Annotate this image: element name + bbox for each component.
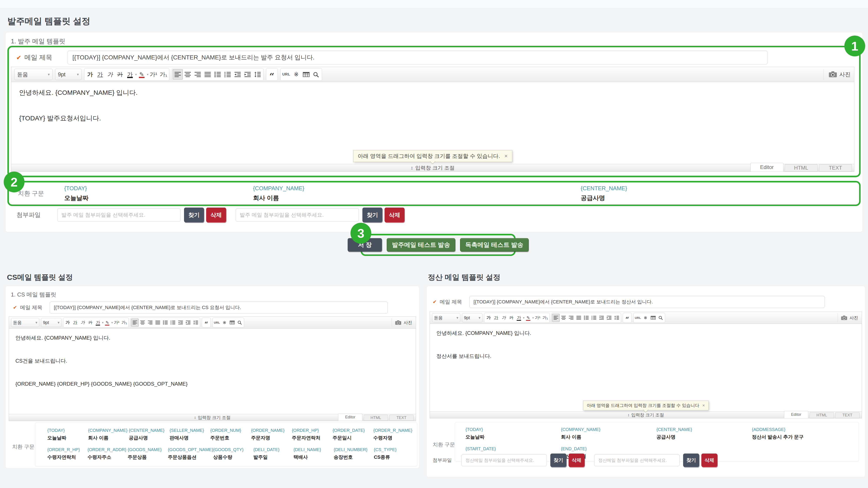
tab-text[interactable]: TEXT xyxy=(835,412,860,418)
settle-attach-delete-button-2[interactable]: 삭제 xyxy=(701,454,717,467)
unordered-list-button[interactable] xyxy=(590,314,598,322)
quote-button[interactable]: “ xyxy=(203,317,210,328)
align-justify-button[interactable] xyxy=(203,69,213,79)
underline-button[interactable]: 가 xyxy=(95,69,105,79)
subscript-button[interactable]: 가₁ xyxy=(541,314,549,322)
underline-button[interactable]: 가 xyxy=(492,314,500,322)
close-icon[interactable]: × xyxy=(703,403,705,408)
outdent-button[interactable] xyxy=(598,314,605,322)
search-button[interactable] xyxy=(657,314,664,322)
font-family-select[interactable]: 돋움▾ xyxy=(14,69,53,80)
italic-button[interactable]: 가 xyxy=(500,314,507,322)
font-family-select[interactable]: 돋움▾ xyxy=(11,318,39,327)
font-color-button[interactable]: 가 xyxy=(94,319,102,327)
order-attach-input-2[interactable] xyxy=(236,208,359,222)
bold-button[interactable]: 가 xyxy=(485,314,492,322)
cs-editor-body[interactable]: 안녕하세요. {COMPANY_NAME} 입니다.CS건을 보내드립니다.{O… xyxy=(9,329,416,393)
quote-button[interactable]: “ xyxy=(267,67,277,82)
align-justify-button[interactable] xyxy=(575,314,582,322)
settle-attach-input-1[interactable] xyxy=(461,454,547,466)
order-attach-delete-button-1[interactable]: 삭제 xyxy=(206,207,226,222)
font-color-button[interactable]: 가 xyxy=(515,314,523,322)
superscript-button[interactable]: 가¹ xyxy=(534,314,541,322)
strikethrough-button[interactable]: 가 xyxy=(87,319,94,327)
align-center-button[interactable] xyxy=(139,319,146,327)
tab-editor[interactable]: Editor xyxy=(784,411,808,418)
photo-button[interactable]: 사진 xyxy=(392,318,412,327)
tab-text[interactable]: TEXT xyxy=(389,415,413,421)
indent-button[interactable] xyxy=(243,69,253,79)
ordered-list-button[interactable] xyxy=(161,319,169,327)
insert-table-button[interactable] xyxy=(649,314,657,322)
link-url-button[interactable]: URL xyxy=(213,319,221,327)
ordered-list-button[interactable] xyxy=(213,69,223,79)
outdent-button[interactable] xyxy=(232,69,243,79)
insert-table-button[interactable] xyxy=(301,69,311,79)
italic-button[interactable]: 가 xyxy=(79,319,87,327)
superscript-button[interactable]: 가¹ xyxy=(148,69,158,79)
special-char-button[interactable]: ※ xyxy=(291,69,301,79)
tab-text[interactable]: TEXT xyxy=(819,164,852,171)
bold-button[interactable]: 가 xyxy=(64,319,71,327)
order-test-send-button[interactable]: 발주메일 테스트 발송 xyxy=(387,238,455,252)
settle-attach-find-button-1[interactable]: 찾기 xyxy=(550,454,566,467)
tab-html[interactable]: HTML xyxy=(785,164,818,171)
line-height-button[interactable] xyxy=(613,314,620,322)
settle-attach-delete-button-1[interactable]: 삭제 xyxy=(568,454,585,467)
underline-button[interactable]: 가 xyxy=(71,319,79,327)
insert-table-button[interactable] xyxy=(228,319,236,327)
cs-subject-input[interactable] xyxy=(50,301,388,314)
tab-editor[interactable]: Editor xyxy=(750,163,783,171)
settle-attach-input-2[interactable] xyxy=(594,454,680,466)
highlight-pen-button[interactable]: ✎ xyxy=(103,319,111,327)
tab-html[interactable]: HTML xyxy=(810,412,834,418)
italic-button[interactable]: 가 xyxy=(105,69,115,79)
link-url-button[interactable]: URL xyxy=(281,69,291,79)
indent-button[interactable] xyxy=(605,314,613,322)
strikethrough-button[interactable]: 가 xyxy=(115,69,125,79)
link-url-button[interactable]: URL xyxy=(634,314,642,322)
search-button[interactable] xyxy=(311,69,321,79)
subscript-button[interactable]: 가₁ xyxy=(158,69,168,79)
superscript-button[interactable]: 가¹ xyxy=(113,319,120,327)
photo-button[interactable]: 사진 xyxy=(838,314,858,322)
order-attach-find-button-1[interactable]: 찾기 xyxy=(184,207,204,222)
order-editor-body[interactable]: 안녕하세요. {COMPANY_NAME} 입니다.{TODAY} 발주요청서입… xyxy=(11,82,854,129)
line-height-button[interactable] xyxy=(192,319,199,327)
align-justify-button[interactable] xyxy=(154,319,161,327)
outdent-button[interactable] xyxy=(177,319,184,327)
align-right-button[interactable] xyxy=(146,319,154,327)
bold-button[interactable]: 가 xyxy=(85,69,95,79)
align-center-button[interactable] xyxy=(183,69,193,79)
unordered-list-button[interactable] xyxy=(223,69,232,79)
font-size-select[interactable]: 9pt▾ xyxy=(462,313,483,322)
special-char-button[interactable]: ※ xyxy=(642,314,649,322)
settle-subject-input[interactable] xyxy=(469,296,825,308)
search-button[interactable] xyxy=(236,319,244,327)
settle-editor-body[interactable]: 안녕하세요. {COMPANY_NAME} 입니다.정산서를 보내드립니다. xyxy=(430,324,862,365)
font-size-select[interactable]: 9pt▾ xyxy=(41,318,61,327)
align-left-button[interactable] xyxy=(173,69,183,79)
ordered-list-button[interactable] xyxy=(582,314,590,322)
align-right-button[interactable] xyxy=(567,314,575,322)
unordered-list-button[interactable] xyxy=(169,319,177,327)
photo-button[interactable]: 사진 xyxy=(824,69,850,80)
order-attach-input-1[interactable] xyxy=(57,208,181,222)
indent-button[interactable] xyxy=(184,319,192,327)
order-attach-delete-button-2[interactable]: 삭제 xyxy=(384,207,404,222)
close-icon[interactable]: × xyxy=(504,153,507,159)
special-char-button[interactable]: ※ xyxy=(221,319,228,327)
font-family-select[interactable]: 돋움▾ xyxy=(432,313,460,322)
settle-attach-find-button-2[interactable]: 찾기 xyxy=(683,454,699,467)
highlight-pen-button[interactable]: ✎ xyxy=(137,69,147,79)
font-color-button[interactable]: 가 xyxy=(125,69,135,79)
order-subject-input[interactable] xyxy=(67,51,768,64)
align-center-button[interactable] xyxy=(560,314,567,322)
highlight-pen-button[interactable]: ✎ xyxy=(525,314,532,322)
align-left-button[interactable] xyxy=(131,319,139,327)
tab-editor[interactable]: Editor xyxy=(338,414,362,421)
align-right-button[interactable] xyxy=(193,69,203,79)
order-attach-find-button-2[interactable]: 찾기 xyxy=(362,207,382,222)
subscript-button[interactable]: 가₁ xyxy=(120,319,128,327)
line-height-button[interactable] xyxy=(253,69,262,79)
